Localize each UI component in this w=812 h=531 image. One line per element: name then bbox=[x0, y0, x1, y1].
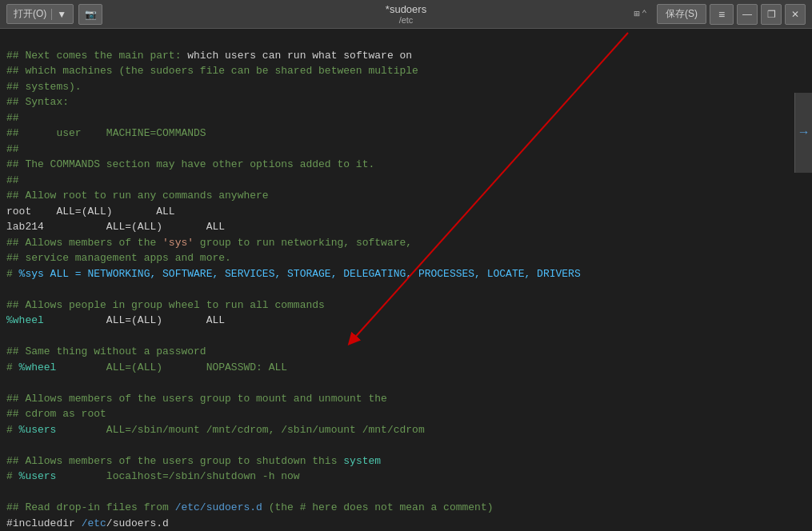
save-button[interactable]: 保存(S) bbox=[657, 4, 706, 24]
minimize-button[interactable]: — bbox=[737, 4, 758, 25]
open-label: 打开(O) bbox=[14, 7, 46, 21]
close-button[interactable]: ✕ bbox=[785, 4, 806, 25]
restore-button[interactable]: ❐ bbox=[761, 4, 782, 25]
right-arrow-icon: → bbox=[800, 126, 808, 140]
screenshot-button[interactable]: 📷 bbox=[78, 4, 102, 25]
tile-icons: ⊞ ⌃ bbox=[634, 8, 647, 20]
grid-icon: ⊞ bbox=[634, 8, 640, 20]
title-bar: 打开(O) ▼ 📷 *sudoers /etc ⊞ ⌃ 保存(S) ≡ — ❐ … bbox=[0, 0, 812, 29]
title-center: *sudoers /etc bbox=[386, 3, 426, 25]
open-dropdown-arrow[interactable]: ▼ bbox=[51, 9, 66, 20]
expand-icon: ⌃ bbox=[642, 8, 647, 20]
file-title: *sudoers bbox=[386, 3, 426, 15]
open-button[interactable]: 打开(O) ▼ bbox=[6, 4, 74, 24]
editor-area[interactable]: ## Next comes the main part: which users… bbox=[0, 29, 812, 531]
title-bar-left: 打开(O) ▼ 📷 bbox=[6, 4, 102, 25]
title-bar-right: ⊞ ⌃ 保存(S) ≡ — ❐ ✕ bbox=[634, 4, 806, 25]
camera-icon: 📷 bbox=[85, 9, 97, 20]
menu-button[interactable]: ≡ bbox=[710, 4, 734, 25]
code-content: ## Next comes the main part: which users… bbox=[6, 32, 806, 531]
window-controls: — ❐ ✕ bbox=[737, 4, 806, 25]
right-panel: → bbox=[794, 93, 812, 173]
file-path: /etc bbox=[399, 15, 414, 25]
